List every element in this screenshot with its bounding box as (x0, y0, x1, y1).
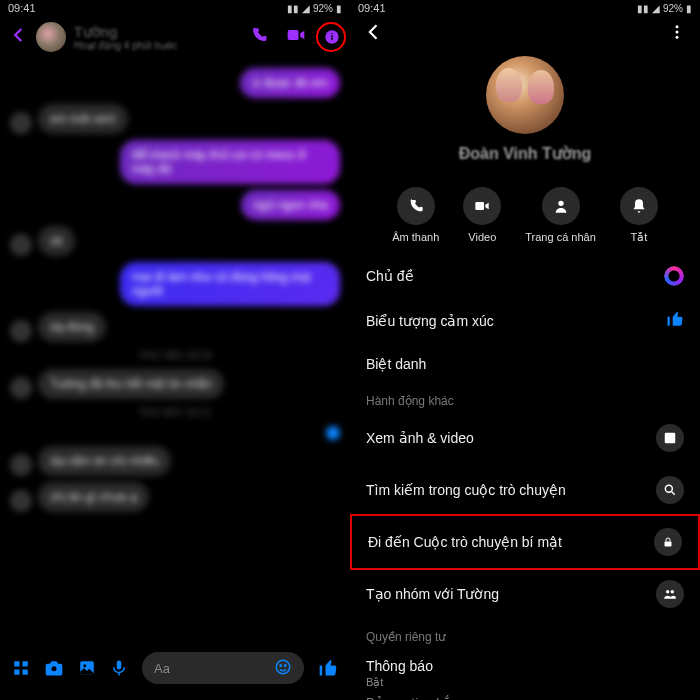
svg-point-15 (676, 31, 679, 34)
avatar[interactable] (36, 22, 66, 52)
message-received[interactable]: ok (38, 226, 75, 256)
action-profile[interactable]: Trang cá nhân (525, 187, 596, 244)
avatar[interactable] (486, 56, 564, 134)
svg-rect-19 (665, 433, 676, 444)
battery-text: 92% (663, 3, 683, 14)
battery-icon: ▮ (686, 3, 692, 14)
svg-point-23 (671, 590, 675, 594)
message-sent[interactable]: mai đi làm như cũ đúng hông mọi người (120, 262, 340, 306)
menu-search[interactable]: Tìm kiếm trong cuộc trò chuyện (350, 464, 700, 516)
emoji-face-icon[interactable] (274, 658, 292, 679)
message-row: mai đi làm như cũ đúng hông mọi người (10, 262, 340, 306)
menu-nickname[interactable]: Biệt danh (350, 344, 700, 384)
menu-label: Thông báo (366, 658, 433, 674)
action-label: Video (468, 231, 496, 243)
timestamp: THỨ SÁU 16:24 (10, 350, 340, 361)
action-mute[interactable]: Tắt (620, 187, 658, 244)
detail-pane: 09:41 ▮▮ ◢ 92% ▮ Đoàn Vinh Tường (350, 0, 700, 700)
contact-status: Hoạt động 4 phút trước (74, 40, 242, 51)
menu-label: Tạo nhóm với Tường (366, 586, 499, 602)
camera-icon[interactable] (44, 658, 64, 678)
svg-point-18 (558, 201, 563, 206)
wifi-icon: ◢ (652, 3, 660, 14)
gallery-icon[interactable] (78, 659, 96, 677)
profile-name: Đoàn Vinh Tường (459, 144, 592, 163)
detail-menu: Chủ đề Biểu tượng cảm xúc Biệt danh Hành… (350, 254, 700, 700)
avatar (10, 377, 32, 399)
message-row: dạ cảm ơn chị nhiều (10, 446, 340, 476)
mic-icon[interactable] (110, 659, 128, 677)
svg-rect-21 (665, 542, 672, 547)
svg-point-11 (276, 660, 290, 674)
message-placeholder: Aa (154, 661, 170, 676)
menu-secret-conversation[interactable]: Đi đến Cuộc trò chuyện bí mật (350, 514, 700, 570)
svg-rect-17 (476, 202, 485, 210)
back-icon[interactable] (364, 22, 384, 46)
reaction-like (10, 426, 340, 440)
action-label: Trang cá nhân (525, 231, 596, 243)
message-input[interactable]: Aa (142, 652, 304, 684)
menu-label: Xem ảnh & video (366, 430, 474, 446)
chat-pane: 09:41 ▮▮ ◢ 92% ▮ Tường Hoạt động 4 phút … (0, 0, 350, 700)
theme-ring-icon (664, 266, 684, 286)
menu-theme[interactable]: Chủ đề (350, 254, 700, 298)
menu-media[interactable]: Xem ảnh & video (350, 412, 700, 464)
message-row: dạ đúng (10, 312, 340, 342)
video-icon (463, 187, 501, 225)
menu-ignore[interactable]: Bỏ qua tin nhắn (350, 691, 700, 700)
action-audio[interactable]: Âm thanh (392, 187, 439, 244)
message-received[interactable]: chị ăn gì chưa ạ (38, 482, 149, 512)
chat-body[interactable]: ừ được đó emem mới xemđể check máy thử c… (0, 62, 350, 622)
svg-point-14 (676, 25, 679, 28)
info-icon[interactable]: i (324, 29, 340, 45)
message-row: em mới xem (10, 104, 340, 134)
menu-notifications[interactable]: Thông báo Bật (350, 648, 700, 691)
signal-icon: ▮▮ (637, 3, 649, 14)
status-bar-right: 09:41 ▮▮ ◢ 92% ▮ (350, 0, 700, 16)
message-row: chị ăn gì chưa ạ (10, 482, 340, 512)
message-received[interactable]: em mới xem (38, 104, 128, 134)
video-call-icon[interactable] (286, 25, 306, 49)
status-bar-left: 09:41 ▮▮ ◢ 92% ▮ (0, 0, 350, 16)
message-sent[interactable]: ngủ ngon nha (241, 190, 340, 220)
message-received[interactable]: dạ đúng (38, 312, 106, 342)
menu-emoji[interactable]: Biểu tượng cảm xúc (350, 298, 700, 344)
lock-icon (654, 528, 682, 556)
action-label: Âm thanh (392, 231, 439, 243)
chat-title[interactable]: Tường Hoạt động 4 phút trước (74, 24, 242, 51)
status-time: 09:41 (358, 2, 386, 14)
apps-icon[interactable] (12, 659, 30, 677)
avatar (10, 234, 32, 256)
svg-point-13 (285, 664, 287, 666)
message-received[interactable]: dạ cảm ơn chị nhiều (38, 446, 171, 476)
message-sent[interactable]: để check máy thử coi có mess ở máy đó (120, 140, 340, 184)
message-sent[interactable]: ừ được đó em (240, 68, 340, 98)
back-icon[interactable] (10, 26, 28, 48)
action-video[interactable]: Video (463, 187, 501, 244)
contact-name: Tường (74, 24, 242, 40)
menu-create-group[interactable]: Tạo nhóm với Tường (350, 568, 700, 620)
menu-label: Biệt danh (366, 356, 426, 372)
avatar (10, 112, 32, 134)
status-time: 09:41 (8, 2, 36, 14)
svg-rect-3 (14, 661, 19, 666)
call-icon[interactable] (250, 26, 268, 48)
section-more-actions: Hành động khác (350, 384, 700, 412)
more-icon[interactable] (668, 23, 686, 45)
menu-value: Bật (366, 676, 383, 689)
chat-header: Tường Hoạt động 4 phút trước i (0, 16, 350, 62)
bell-icon (620, 187, 658, 225)
media-icon (656, 424, 684, 452)
svg-point-20 (665, 485, 672, 492)
svg-rect-5 (14, 670, 19, 675)
svg-rect-10 (117, 661, 122, 670)
action-row: Âm thanh Video Trang cá nhân Tắt (350, 187, 700, 244)
action-label: Tắt (630, 231, 647, 244)
composer: Aa (0, 642, 350, 700)
svg-rect-4 (23, 661, 28, 666)
section-privacy: Quyền riêng tư (350, 620, 700, 648)
message-received[interactable]: Tường đã thu hồi một tin nhắn (38, 369, 224, 399)
menu-label: Chủ đề (366, 268, 414, 284)
like-icon[interactable] (318, 658, 338, 678)
message-row: Tường đã thu hồi một tin nhắn (10, 369, 340, 399)
